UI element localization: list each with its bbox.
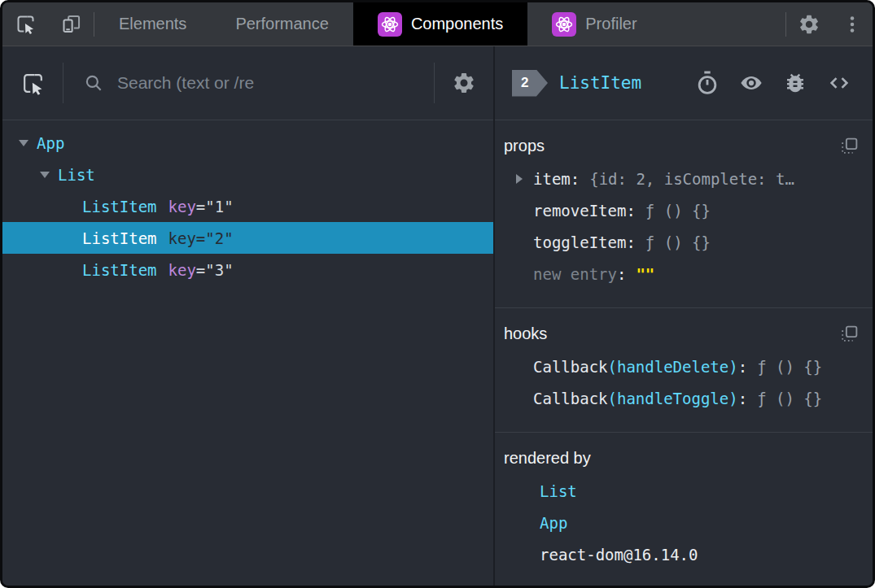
- suspend-stopwatch-icon[interactable]: [695, 70, 720, 96]
- rendered-by-link-app[interactable]: App: [495, 507, 873, 538]
- selected-component-header: 2 ListItem: [495, 46, 873, 120]
- new-entry-label: new entry: [533, 265, 617, 283]
- renderer-version-label: react-dom@16.14.0: [540, 546, 698, 564]
- gear-icon: [798, 13, 820, 36]
- prop-name: toggleItem: [533, 233, 626, 251]
- react-logo-icon: [378, 12, 402, 37]
- tree-row-app[interactable]: App: [2, 127, 493, 159]
- component-name: ListItem: [82, 261, 157, 279]
- colon: :: [626, 233, 635, 251]
- hook-value: ƒ () {}: [757, 358, 822, 376]
- component-details-panel: 2 ListItem: [495, 46, 873, 586]
- colon: :: [738, 358, 747, 376]
- hooks-section: hooks Callback(handleDelete): ƒ () {} Ca…: [495, 307, 873, 432]
- chevron-right-icon[interactable]: [516, 174, 523, 184]
- components-tree-panel: App List ListItem key ="1" ListItem key …: [2, 46, 493, 586]
- search-input[interactable]: [117, 73, 434, 93]
- owner-link: App: [540, 514, 567, 532]
- rendered-by-link-list[interactable]: List: [495, 475, 873, 507]
- hook-name: Callback: [533, 358, 608, 376]
- tab-label: Performance: [235, 15, 329, 33]
- colon: :: [617, 265, 626, 283]
- hook-name: Callback: [533, 390, 608, 407]
- page: Elements Performance Components: [0, 0, 875, 588]
- devtools-settings-button[interactable]: [786, 2, 832, 46]
- hook-arg: (handleDelete): [608, 358, 738, 376]
- renderer-version: react-dom@16.14.0: [495, 538, 873, 570]
- component-name: List: [58, 166, 95, 184]
- tab-profiler[interactable]: Profiler: [527, 2, 661, 46]
- prop-row-new-entry[interactable]: new entry: "": [495, 258, 873, 290]
- inspect-element-button[interactable]: [2, 2, 48, 46]
- component-name: ListItem: [82, 198, 157, 216]
- tab-label: Elements: [119, 15, 186, 33]
- view-source-brackets-icon[interactable]: [825, 72, 853, 94]
- tab-performance[interactable]: Performance: [211, 2, 353, 46]
- prop-value: ƒ () {}: [645, 233, 711, 251]
- log-to-console-bug-icon[interactable]: [783, 71, 807, 95]
- component-actions: [695, 70, 853, 96]
- props-header: props: [495, 128, 873, 163]
- prop-value: {id: 2, isComplete: t…: [589, 170, 794, 188]
- tree-row-listitem-3[interactable]: ListItem key ="3": [2, 254, 493, 285]
- prop-row-item[interactable]: item: {id: 2, isComplete: t…: [495, 163, 873, 194]
- topbar-spacer: [662, 2, 785, 46]
- prop-name: item: [533, 170, 571, 188]
- update-count-badge: 2: [512, 70, 548, 97]
- devtools-window: Elements Performance Components: [0, 0, 875, 588]
- tab-elements[interactable]: Elements: [94, 2, 211, 46]
- component-name: ListItem: [82, 229, 157, 247]
- inspect-cursor-icon: [20, 71, 46, 96]
- prop-value: ƒ () {}: [645, 202, 711, 220]
- device-toolbar-button[interactable]: [48, 2, 94, 46]
- key-attribute: key: [168, 261, 196, 279]
- section-title: rendered by: [504, 449, 860, 468]
- inspect-cursor-icon: [15, 13, 37, 35]
- tab-label: Profiler: [585, 15, 637, 33]
- tree-row-listitem-2-selected[interactable]: ListItem key ="2": [2, 222, 493, 254]
- tree-row-list[interactable]: List: [2, 159, 493, 190]
- section-title: hooks: [504, 324, 839, 343]
- select-element-button[interactable]: [2, 71, 63, 96]
- tab-label: Components: [411, 15, 503, 33]
- rendered-by-section: rendered by List App react-dom@16.14.0: [495, 432, 873, 588]
- hook-value: ƒ () {}: [757, 390, 822, 407]
- selected-component-name: ListItem: [559, 73, 684, 93]
- prop-row-toggleitem[interactable]: toggleItem: ƒ () {}: [495, 226, 873, 258]
- key-value: ="3": [196, 261, 234, 279]
- more-options-button[interactable]: [832, 2, 873, 46]
- key-attribute: key: [168, 198, 196, 216]
- colon: :: [738, 390, 747, 407]
- react-logo-icon: [552, 12, 576, 37]
- hooks-header: hooks: [495, 316, 873, 351]
- hook-row-handletoggle[interactable]: Callback(handleToggle): ƒ () {}: [495, 382, 873, 414]
- devtools-tab-bar: Elements Performance Components: [2, 2, 873, 46]
- prop-name: removeItem: [533, 202, 626, 220]
- component-tree: App List ListItem key ="1" ListItem key …: [2, 120, 493, 586]
- rendered-by-header: rendered by: [495, 441, 873, 475]
- tree-settings-button[interactable]: [435, 71, 493, 95]
- key-attribute: key: [168, 229, 196, 247]
- prop-row-removeitem[interactable]: removeItem: ƒ () {}: [495, 194, 873, 226]
- hook-arg: (handleToggle): [608, 390, 738, 407]
- owner-link: List: [540, 482, 577, 500]
- tab-components[interactable]: Components: [353, 2, 527, 46]
- device-toolbar-icon: [60, 13, 82, 35]
- colon: :: [571, 170, 580, 188]
- gear-icon: [452, 71, 476, 95]
- devtools-main: App List ListItem key ="1" ListItem key …: [2, 46, 873, 586]
- search-icon: [83, 72, 104, 94]
- chevron-down-icon[interactable]: [40, 172, 50, 178]
- component-name: App: [37, 134, 64, 152]
- new-entry-value[interactable]: "": [636, 265, 654, 283]
- copy-icon[interactable]: [839, 324, 860, 344]
- props-section: props item: {id: 2, isComplete: t… remov…: [495, 120, 873, 307]
- section-title: props: [504, 137, 839, 155]
- copy-icon[interactable]: [839, 136, 860, 156]
- inspect-dom-eye-icon[interactable]: [737, 71, 765, 95]
- hook-row-handledelete[interactable]: Callback(handleDelete): ƒ () {}: [495, 351, 873, 382]
- tree-toolbar: [2, 46, 493, 120]
- chevron-down-icon[interactable]: [19, 140, 28, 146]
- search-box: [63, 72, 434, 94]
- tree-row-listitem-1[interactable]: ListItem key ="1": [2, 190, 493, 222]
